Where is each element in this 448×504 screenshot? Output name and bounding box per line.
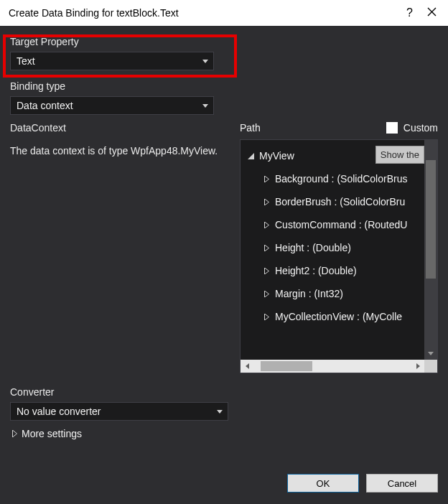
- binding-type-label: Binding type: [10, 80, 438, 92]
- tree-item[interactable]: Margin : (Int32): [241, 282, 437, 305]
- converter-label: Converter: [10, 386, 438, 398]
- custom-checkbox[interactable]: [386, 122, 398, 134]
- expanded-icon: [246, 153, 255, 159]
- target-property-value: Text: [17, 55, 35, 67]
- vertical-scrollbar[interactable]: [424, 140, 437, 360]
- cancel-button[interactable]: Cancel: [366, 474, 438, 493]
- scrollbar-thumb[interactable]: [261, 361, 312, 371]
- tree-root-label: MyView: [259, 150, 294, 162]
- collapsed-icon: [262, 314, 271, 320]
- collapsed-icon: [10, 430, 19, 437]
- chevron-down-icon: [202, 60, 209, 63]
- scrollbar-down-icon[interactable]: [424, 347, 437, 360]
- collapsed-icon: [262, 199, 271, 205]
- scrollbar-corner: [424, 360, 437, 373]
- converter-dropdown[interactable]: No value converter: [10, 402, 228, 421]
- collapsed-icon: [262, 291, 271, 297]
- tree-item-label: Height2 : (Double): [275, 265, 357, 276]
- help-icon[interactable]: ?: [406, 6, 413, 19]
- more-settings-label: More settings: [22, 428, 82, 439]
- tree-item-label: CustomCommand : (RoutedU: [275, 219, 407, 230]
- collapsed-icon: [262, 176, 271, 182]
- ok-button[interactable]: OK: [287, 474, 359, 493]
- tree-item-label: Height : (Double): [275, 242, 351, 253]
- tree-item-label: Background : (SolidColorBrus: [275, 173, 407, 185]
- tree-item[interactable]: MyCollectionView : (MyColle: [241, 305, 437, 328]
- more-settings-toggle[interactable]: More settings: [0, 421, 448, 447]
- scrollbar-right-icon[interactable]: [411, 360, 424, 373]
- converter-value: No value converter: [17, 406, 101, 417]
- show-button[interactable]: Show the: [375, 146, 424, 164]
- dialog-title: Create Data Binding for textBlock.Text: [9, 7, 406, 19]
- chevron-down-icon: [216, 410, 223, 414]
- path-label: Path: [240, 122, 386, 134]
- path-tree: Show the MyView Background : (SolidColor…: [240, 139, 438, 373]
- collapsed-icon: [262, 245, 271, 251]
- datacontext-text: The data context is of type WpfApp48.MyV…: [10, 138, 233, 159]
- dialog-footer: OK Cancel: [0, 467, 448, 504]
- tree-item[interactable]: CustomCommand : (RoutedU: [241, 213, 437, 236]
- target-property-dropdown[interactable]: Text: [10, 52, 214, 70]
- scrollbar-left-icon[interactable]: [241, 360, 253, 373]
- titlebar: Create Data Binding for textBlock.Text ?: [0, 0, 448, 26]
- collapsed-icon: [262, 222, 271, 228]
- collapsed-icon: [262, 268, 271, 274]
- close-icon[interactable]: [427, 6, 437, 19]
- chevron-down-icon: [202, 104, 209, 108]
- titlebar-actions: ?: [406, 6, 441, 19]
- tree-item[interactable]: Height : (Double): [241, 236, 437, 259]
- binding-type-dropdown[interactable]: Data context: [10, 96, 214, 115]
- tree-item-label: MyCollectionView : (MyColle: [275, 311, 402, 322]
- tree-item-label: BorderBrush : (SolidColorBru: [275, 196, 405, 207]
- tree-item-label: Margin : (Int32): [275, 288, 343, 299]
- dialog-content: Target Property Text Binding type Data c…: [0, 26, 448, 467]
- horizontal-scrollbar[interactable]: [241, 360, 424, 373]
- scrollbar-thumb[interactable]: [426, 160, 436, 279]
- binding-type-value: Data context: [17, 100, 73, 111]
- tree-item[interactable]: BorderBrush : (SolidColorBru: [241, 190, 437, 213]
- target-property-label: Target Property: [10, 36, 438, 47]
- custom-label: Custom: [403, 122, 438, 134]
- tree-item[interactable]: Background : (SolidColorBrus: [241, 167, 437, 190]
- datacontext-label: DataContext: [10, 122, 233, 134]
- tree-item[interactable]: Height2 : (Double): [241, 259, 437, 282]
